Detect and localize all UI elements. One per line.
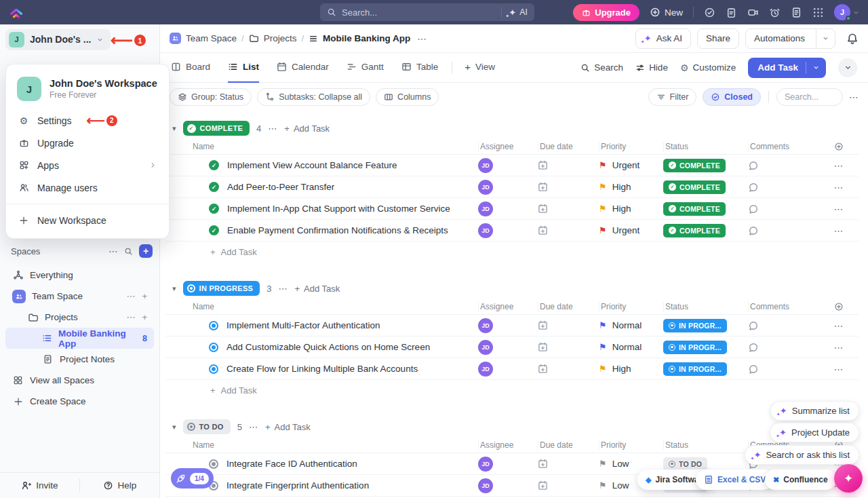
breadcrumb-team-space[interactable]: Team Space <box>170 33 237 44</box>
filter-pill[interactable]: Filter <box>648 88 697 106</box>
group-more-icon[interactable]: ⋯ <box>278 284 288 294</box>
share-button[interactable]: Share <box>697 28 739 49</box>
sidebar-item-everything[interactable]: Everything <box>5 265 154 286</box>
group-more-icon[interactable]: ⋯ <box>268 123 277 134</box>
table-row[interactable]: ✓Implement View Account Balance Feature … <box>165 155 859 176</box>
help-button[interactable]: Help <box>80 473 159 498</box>
comment-icon[interactable] <box>748 160 759 171</box>
add-icon[interactable]: + <box>142 291 147 301</box>
column-comments[interactable]: Comments <box>748 142 819 151</box>
more-icon[interactable]: ⋯ <box>126 291 135 301</box>
sidebar-item-create-space[interactable]: Create Space <box>5 391 154 412</box>
calendar-plus-icon[interactable] <box>538 480 548 491</box>
comment-icon[interactable] <box>748 320 759 331</box>
list-search-input[interactable]: Search... <box>776 88 843 106</box>
search-or-ask-button[interactable]: ✦Search or ask this list <box>745 446 859 464</box>
assignee-avatar[interactable]: JD <box>478 158 493 173</box>
group-by-pill[interactable]: Group: Status <box>170 88 252 106</box>
task-name[interactable]: Implement In-App Chat Support with Custo… <box>227 204 450 214</box>
sidebar-item-mobile-banking-app[interactable]: Mobile Banking App 8 <box>5 328 154 349</box>
clickup-logo-icon[interactable] <box>8 4 24 20</box>
row-more-icon[interactable]: ⋯ <box>819 320 859 331</box>
closed-filter-pill[interactable]: Closed <box>703 88 761 106</box>
calendar-plus-icon[interactable] <box>538 459 548 469</box>
excel-csv-chip[interactable]: Excel & CSV <box>696 470 774 490</box>
check-circle-icon[interactable] <box>704 7 715 18</box>
add-column-icon[interactable] <box>819 142 859 151</box>
group-add-task-button[interactable]: +Add Task <box>265 422 311 432</box>
status-pill[interactable]: IN PROGR... <box>663 319 727 332</box>
customize-button[interactable]: ⚙ Customize <box>680 62 736 73</box>
column-due-date[interactable]: Due date <box>538 142 599 151</box>
invite-button[interactable]: Invite <box>0 473 79 498</box>
sidebar-item-projects[interactable]: Projects ⋯+ <box>5 307 154 328</box>
onboarding-progress-badge[interactable]: 1/4 <box>171 468 214 489</box>
table-row[interactable]: ✓Implement In-App Chat Support with Cust… <box>165 198 859 220</box>
menu-item-apps[interactable]: Apps <box>6 154 169 176</box>
subtasks-pill[interactable]: Subtasks: Collapse all <box>257 88 370 106</box>
status-dot-to-do[interactable] <box>209 459 218 469</box>
tab-calendar[interactable]: Calendar <box>277 53 329 83</box>
priority-flag-icon[interactable]: ⚑ <box>599 226 607 235</box>
calendar-plus-icon[interactable] <box>538 342 548 352</box>
table-row[interactable]: Implement Multi-Factor Authentication JD… <box>165 315 859 337</box>
calendar-plus-icon[interactable] <box>538 225 548 235</box>
toolbar-more-icon[interactable]: ⋯ <box>849 92 859 102</box>
status-pill[interactable]: ✓COMPLETE <box>663 159 726 172</box>
column-assignee[interactable]: Assignee <box>478 440 538 450</box>
priority-flag-icon[interactable]: ⚑ <box>599 343 607 351</box>
status-dot-complete[interactable]: ✓ <box>209 204 219 214</box>
row-more-icon[interactable]: ⋯ <box>819 204 859 214</box>
breadcrumb-mobile-banking-app[interactable]: Mobile Banking App <box>309 33 410 43</box>
add-column-icon[interactable] <box>819 302 859 311</box>
comment-icon[interactable] <box>748 364 759 375</box>
status-dot-in-progress[interactable] <box>209 343 218 352</box>
task-name[interactable]: Implement View Account Balance Feature <box>227 160 397 170</box>
ask-ai-button[interactable]: ✦Ask AI <box>635 28 691 49</box>
assignee-avatar[interactable]: JD <box>478 478 493 493</box>
menu-item-settings[interactable]: ⚙ Settings ⟵ 2 <box>6 109 169 132</box>
task-name[interactable]: Add Customizable Quick Actions on Home S… <box>226 342 430 352</box>
list-search-button[interactable]: Search <box>580 62 623 73</box>
assignee-avatar[interactable]: JD <box>478 223 493 238</box>
status-pill[interactable]: ✓COMPLETE <box>663 224 726 237</box>
alarm-clock-icon[interactable] <box>769 7 781 18</box>
collapse-group-icon[interactable]: ▾ <box>172 423 176 432</box>
assignee-avatar[interactable]: JD <box>478 457 493 472</box>
priority-flag-icon[interactable]: ⚑ <box>599 364 607 373</box>
status-pill[interactable]: IN PROGR... <box>663 341 727 354</box>
table-row[interactable]: ✓Enable Payment Confirmation Notificatio… <box>165 220 859 242</box>
collapse-header-button[interactable] <box>838 58 857 77</box>
status-dot-in-progress[interactable] <box>209 321 218 330</box>
calendar-plus-icon[interactable] <box>538 364 548 374</box>
workspace-switcher-button[interactable]: J John Doe's ... <box>5 29 111 50</box>
task-name[interactable]: Enable Payment Confirmation Notification… <box>227 225 448 235</box>
column-status[interactable]: Status <box>663 142 748 151</box>
column-due-date[interactable]: Due date <box>538 440 599 450</box>
table-row[interactable]: Create Flow for Linking Multiple Bank Ac… <box>165 358 859 380</box>
row-more-icon[interactable]: ⋯ <box>819 160 859 171</box>
assignee-avatar[interactable]: JD <box>478 180 493 195</box>
collapse-group-icon[interactable]: ▾ <box>172 124 176 133</box>
status-pill[interactable]: TO DO <box>663 457 707 471</box>
search-ai-button[interactable]: ✦AI <box>501 7 528 18</box>
priority-flag-icon[interactable]: ⚑ <box>599 161 607 170</box>
add-task-row[interactable]: +Add Task <box>165 242 859 262</box>
automations-button[interactable]: Automations <box>745 28 835 49</box>
confluence-chip[interactable]: ✖Confluence <box>765 470 836 490</box>
sidebar-item-project-notes[interactable]: Project Notes <box>5 349 154 370</box>
row-more-icon[interactable]: ⋯ <box>819 364 859 375</box>
document-icon[interactable] <box>791 7 802 18</box>
menu-item-upgrade[interactable]: Upgrade <box>6 132 169 154</box>
assignee-avatar[interactable]: JD <box>478 340 493 355</box>
clipboard-icon[interactable] <box>726 7 737 18</box>
task-name[interactable]: Integrate Face ID Authentication <box>226 459 357 469</box>
comment-icon[interactable] <box>748 204 759 214</box>
hide-button[interactable]: Hide <box>635 62 668 73</box>
assignee-avatar[interactable]: JD <box>478 362 493 377</box>
priority-flag-icon[interactable]: ⚑ <box>599 183 607 191</box>
column-priority[interactable]: Priority <box>599 440 663 450</box>
sidebar-item-team-space[interactable]: Team Space ⋯+ <box>5 286 154 307</box>
priority-flag-icon[interactable]: ⚑ <box>599 204 607 213</box>
row-more-icon[interactable]: ⋯ <box>819 182 859 193</box>
